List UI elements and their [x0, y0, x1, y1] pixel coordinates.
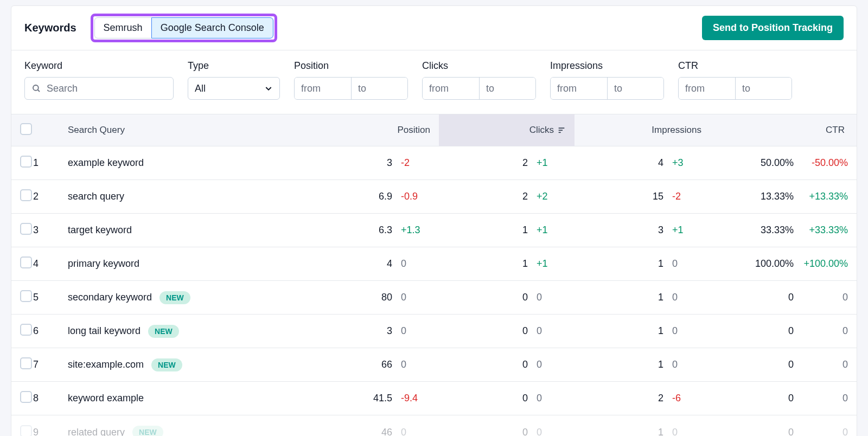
- clicks-delta: 0: [528, 292, 566, 303]
- position-from-input[interactable]: [295, 78, 351, 99]
- table-body: 1 example keyword 3 -2 2 +1 4 +3 50.00% …: [11, 146, 857, 436]
- tab-semrush[interactable]: Semrush: [94, 17, 152, 39]
- table-row: 4 primary keyword 4 0 1 +1 1 0 100.00% +…: [11, 247, 857, 281]
- clicks-to-input[interactable]: [479, 78, 535, 99]
- row-query[interactable]: keyword example: [59, 393, 347, 404]
- col-search-query[interactable]: Search Query: [59, 125, 347, 136]
- filter-type-select[interactable]: All: [188, 77, 280, 100]
- filter-keyword-label: Keyword: [24, 60, 174, 72]
- clicks-value: 0: [486, 393, 528, 404]
- ctr-from-input[interactable]: [679, 78, 735, 99]
- row-query[interactable]: example keyword: [59, 157, 347, 169]
- filters-bar: Keyword Type All Position Clicks: [11, 50, 857, 114]
- position-delta: 0: [392, 292, 430, 303]
- position-delta: -2: [392, 157, 430, 169]
- impressions-to-input[interactable]: [607, 78, 663, 99]
- impressions-value: 1: [621, 359, 663, 370]
- position-value: 4: [350, 258, 392, 270]
- filter-impressions-label: Impressions: [550, 60, 664, 72]
- clicks-value: 1: [486, 225, 528, 236]
- row-checkbox[interactable]: [20, 357, 32, 369]
- send-to-position-tracking-button[interactable]: Send to Position Tracking: [702, 16, 844, 40]
- ctr-cell: 13.33% +13.33%: [710, 191, 857, 202]
- row-index: 8: [33, 393, 59, 404]
- impressions-value: 15: [621, 191, 663, 202]
- query-text: search query: [68, 191, 124, 202]
- impressions-from-input[interactable]: [551, 78, 607, 99]
- position-value: 41.5: [350, 393, 392, 404]
- row-checkbox[interactable]: [20, 223, 32, 235]
- col-position[interactable]: Position: [347, 125, 439, 136]
- table-row: 2 search query 6.9 -0.9 2 +2 15 -2 13.33…: [11, 180, 857, 214]
- ctr-to-input[interactable]: [735, 78, 792, 99]
- query-text: example keyword: [68, 157, 144, 169]
- clicks-cell: 0 0: [439, 393, 575, 404]
- impressions-cell: 15 -2: [575, 191, 710, 202]
- filter-clicks-range: [422, 77, 536, 100]
- row-index: 7: [33, 359, 59, 370]
- filter-ctr-label: CTR: [678, 60, 792, 72]
- row-query[interactable]: related query NEW: [59, 426, 347, 436]
- position-cell: 4 0: [347, 258, 439, 270]
- row-index: 9: [33, 427, 59, 437]
- table-row: 3 target keyword 6.3 +1.3 1 +1 3 +1 33.3…: [11, 214, 857, 247]
- row-query[interactable]: site:example.com NEW: [59, 358, 347, 371]
- row-checkbox[interactable]: [20, 391, 32, 403]
- impressions-cell: 3 +1: [575, 225, 710, 236]
- filter-keyword-search[interactable]: [24, 77, 174, 100]
- clicks-value: 1: [486, 258, 528, 270]
- ctr-cell: 50.00% -50.00%: [710, 157, 857, 169]
- col-clicks[interactable]: Clicks: [439, 114, 575, 146]
- ctr-value: 13.33%: [739, 191, 794, 202]
- ctr-cell: 0 0: [710, 292, 857, 303]
- position-value: 6.3: [350, 225, 392, 236]
- row-query[interactable]: long tail keyword NEW: [59, 325, 347, 338]
- search-input[interactable]: [47, 83, 167, 94]
- clicks-value: 2: [486, 157, 528, 169]
- select-all-checkbox[interactable]: [20, 123, 32, 135]
- row-query[interactable]: primary keyword: [59, 258, 347, 270]
- clicks-cell: 1 +1: [439, 225, 575, 236]
- row-index: 1: [33, 157, 59, 169]
- clicks-cell: 0 0: [439, 292, 575, 303]
- impressions-value: 4: [621, 157, 663, 169]
- row-query[interactable]: target keyword: [59, 225, 347, 236]
- table-row: 8 keyword example 41.5 -9.4 0 0 2 -6 0 0: [11, 382, 857, 415]
- tab-gsc[interactable]: Google Search Console: [151, 17, 273, 39]
- row-checkbox[interactable]: [20, 189, 32, 201]
- clicks-from-input[interactable]: [423, 78, 479, 99]
- clicks-cell: 2 +2: [439, 191, 575, 202]
- row-query[interactable]: search query: [59, 191, 347, 202]
- clicks-value: 0: [486, 359, 528, 370]
- clicks-delta: +1: [528, 225, 566, 236]
- impressions-value: 1: [621, 292, 663, 303]
- row-checkbox[interactable]: [20, 324, 32, 336]
- ctr-cell: 0 0: [710, 427, 857, 437]
- clicks-cell: 0 0: [439, 359, 575, 370]
- ctr-delta: 0: [794, 292, 848, 303]
- position-cell: 6.9 -0.9: [347, 191, 439, 202]
- position-to-input[interactable]: [351, 78, 407, 99]
- impressions-delta: -2: [663, 191, 701, 202]
- col-impressions[interactable]: Impressions: [575, 125, 710, 136]
- position-delta: -9.4: [392, 393, 430, 404]
- position-value: 66: [350, 359, 392, 370]
- row-index: 2: [33, 191, 59, 202]
- keywords-panel: Keywords Semrush Google Search Console S…: [11, 5, 857, 436]
- row-checkbox[interactable]: [20, 290, 32, 302]
- col-ctr[interactable]: CTR: [710, 125, 857, 136]
- row-checkbox[interactable]: [20, 425, 32, 437]
- position-value: 80: [350, 292, 392, 303]
- row-checkbox[interactable]: [20, 257, 32, 268]
- impressions-delta: 0: [663, 258, 701, 270]
- table-header: Search Query Position Clicks Impressions…: [11, 114, 857, 146]
- filter-type-value: All: [195, 83, 206, 94]
- ctr-value: 50.00%: [739, 157, 794, 169]
- row-checkbox[interactable]: [20, 156, 32, 168]
- impressions-value: 1: [621, 258, 663, 270]
- row-query[interactable]: secondary keyword NEW: [59, 291, 347, 304]
- clicks-value: 2: [486, 191, 528, 202]
- ctr-value: 0: [739, 325, 794, 337]
- ctr-value: 0: [739, 359, 794, 370]
- impressions-cell: 1 0: [575, 292, 710, 303]
